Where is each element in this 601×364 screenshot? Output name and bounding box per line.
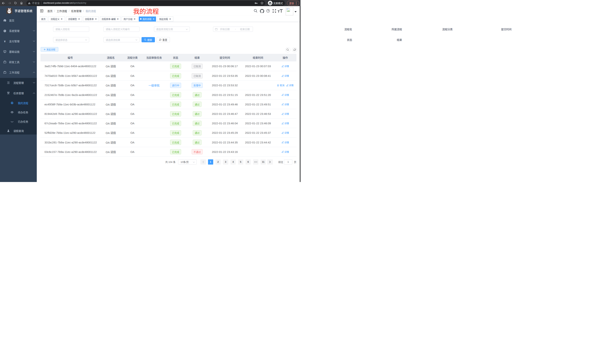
svg-text:¥: ¥	[4, 40, 6, 43]
